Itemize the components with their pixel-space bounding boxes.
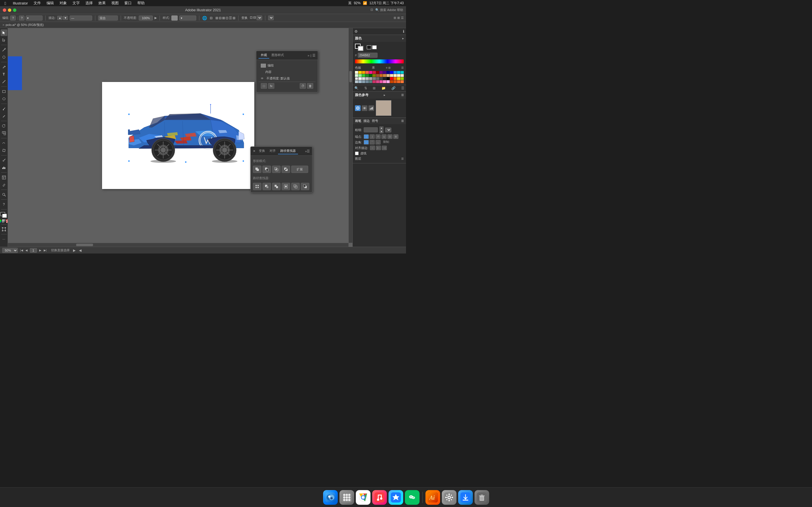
canvas-area[interactable]: 外观 图形样式 » | ☰ 编组 内容 👁 [8, 28, 352, 247]
trim-btn[interactable] [262, 183, 271, 190]
opacity-input[interactable] [139, 15, 153, 20]
eye-icon[interactable] [362, 105, 367, 111]
sw-g14[interactable] [401, 80, 404, 83]
hex-input[interactable] [358, 53, 377, 58]
direct-selection-tool[interactable] [1, 37, 7, 43]
exclude-btn[interactable] [282, 166, 290, 173]
sw-g4[interactable] [365, 80, 368, 83]
swatches-menu[interactable]: ☰ [401, 66, 404, 69]
settings-icon[interactable]: ⚙ [354, 29, 358, 34]
question-btn[interactable]: ? [10, 15, 16, 20]
more-tools[interactable]: ··· [1, 236, 7, 242]
swatch-20[interactable] [372, 74, 375, 77]
swatch-7[interactable] [376, 71, 379, 74]
chart-icon[interactable] [368, 105, 374, 111]
swatch-26[interactable] [394, 74, 397, 77]
vertical-scrollbar[interactable] [349, 28, 352, 243]
swatch-11[interactable] [390, 71, 393, 74]
color-icon[interactable] [0, 219, 2, 223]
swatch-31[interactable] [362, 77, 365, 80]
sw-g13[interactable] [397, 80, 400, 83]
align-center[interactable]: ─ [370, 146, 375, 150]
swatch-1[interactable] [355, 71, 358, 74]
swatch-18[interactable] [365, 74, 368, 77]
fill-stroke-colors[interactable] [1, 212, 7, 218]
selection-tool[interactable] [1, 29, 7, 36]
swatch-27[interactable] [397, 74, 400, 77]
unite-btn[interactable] [253, 166, 261, 173]
align-outer[interactable]: ─| [382, 146, 387, 150]
menu-window[interactable]: 窗口 [122, 1, 134, 6]
pencil-tool[interactable] [1, 113, 7, 119]
magic-wand-tool[interactable] [1, 47, 7, 53]
panels-toggle-1[interactable]: ⊞ [394, 16, 396, 20]
stroke-down[interactable]: ▼ [63, 16, 68, 20]
swatch-38[interactable] [387, 77, 390, 80]
swatch-14[interactable] [401, 71, 404, 74]
swatch-21[interactable] [376, 74, 379, 77]
info-icon[interactable]: ℹ [403, 29, 404, 34]
align-left-icon[interactable]: ⊟ [210, 16, 213, 20]
extra-select[interactable]: ▾ [268, 15, 274, 20]
question-tool[interactable]: ? [1, 201, 7, 208]
stroke-menu[interactable]: ☰ [401, 119, 404, 122]
menu-view[interactable]: 视图 [109, 1, 121, 6]
tool-hint-arrow2[interactable]: ◀ [79, 248, 82, 252]
align-icon-3[interactable]: ⊠ [222, 16, 225, 20]
cm-stroke[interactable] [372, 45, 377, 49]
swatch-36[interactable] [379, 77, 383, 80]
swatch-15[interactable] [355, 74, 358, 77]
weight-up[interactable]: ▲ [379, 126, 384, 130]
swatch-12[interactable] [394, 71, 397, 74]
maximize-button[interactable] [13, 8, 16, 12]
type-tool[interactable]: T [1, 71, 7, 78]
artboard-tool[interactable] [1, 226, 7, 233]
scale-tool[interactable] [1, 130, 7, 136]
swatch-10[interactable] [387, 71, 390, 74]
color-guide-header[interactable]: 颜色参考 ▸ ☰ [353, 92, 406, 99]
panels-toggle-2[interactable]: ⊠ [397, 16, 400, 20]
weight-input[interactable] [364, 127, 378, 132]
stroke-up[interactable]: ▲ [57, 16, 62, 20]
merge-btn[interactable] [272, 183, 281, 190]
dashes-checkbox[interactable] [355, 152, 359, 155]
swatch-28[interactable] [401, 74, 404, 77]
pathfinder-close[interactable]: ✕ [253, 149, 255, 153]
pen-tool[interactable] [1, 64, 7, 70]
weight-down[interactable]: ▼ [379, 130, 384, 133]
nav-last[interactable]: ▶| [44, 249, 47, 252]
appearance-menu-icon[interactable]: ☰ [312, 54, 315, 57]
swatch-17[interactable] [362, 74, 365, 77]
app-trash-icon[interactable]: 🗑 [307, 83, 313, 89]
sw-g3[interactable] [362, 80, 365, 83]
color-panel-header[interactable]: 颜色 ▸ [353, 35, 406, 42]
color-gradient-bar[interactable] [355, 59, 404, 63]
swatch-24[interactable] [387, 74, 390, 77]
color-panel-expand[interactable]: ▸ [402, 37, 404, 40]
app-icon-1[interactable]: □ [261, 83, 267, 89]
opacity-chevron[interactable]: ▶ [154, 16, 157, 20]
minimize-button[interactable] [8, 8, 11, 12]
panels-menu[interactable]: ☰ [401, 16, 404, 20]
symbol-sprayer-tool[interactable] [1, 157, 7, 164]
sw-g8[interactable] [379, 80, 383, 83]
sw-g7[interactable] [376, 80, 379, 83]
swatch-25[interactable] [390, 74, 393, 77]
question-select[interactable]: ▾ [26, 15, 43, 20]
free-transform-tool[interactable] [1, 147, 7, 154]
align-icon-4[interactable]: ⊡ [225, 16, 229, 20]
gradient-icon[interactable] [2, 219, 6, 223]
sw-g2[interactable] [358, 80, 361, 83]
pathfinder-tab[interactable]: 路径查找器 [278, 148, 298, 154]
stroke-panel-header[interactable]: 画笔 描边 符号 ☰ [353, 118, 406, 124]
divide-btn[interactable] [253, 183, 261, 190]
fill-stroke-swatches[interactable] [355, 44, 363, 51]
panel-icon-group[interactable]: 📁 [382, 86, 386, 90]
artboard[interactable] [102, 82, 254, 189]
eraser-tool[interactable] [1, 181, 7, 188]
swatch-23[interactable] [383, 74, 386, 77]
transform-tab[interactable]: 变换 [257, 148, 267, 154]
swatch-8[interactable] [379, 71, 383, 74]
pathfinder-titlebar[interactable]: ✕ 变换 对齐 路径查找器 » ☰ [251, 147, 312, 156]
crop-btn[interactable] [282, 183, 290, 190]
